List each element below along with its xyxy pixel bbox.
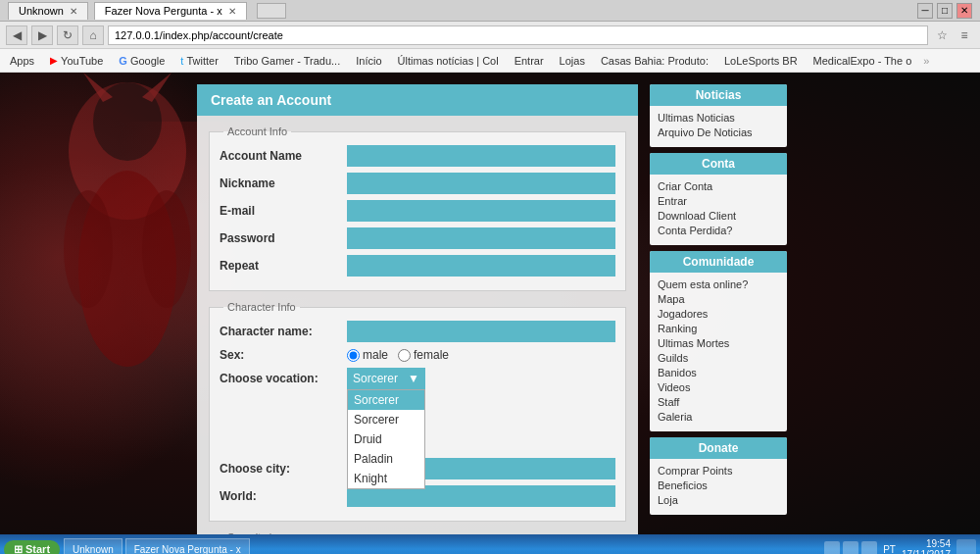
sex-male-radio[interactable] [347,349,360,362]
account-name-row: Account Name [220,145,615,167]
sidebar-link-loja[interactable]: Loja [658,494,779,506]
bookmark-lojas-label: Lojas [560,55,585,67]
sidebar-link-ranking[interactable]: Ranking [658,323,779,334]
sidebar-link-criar-conta[interactable]: Criar Conta [658,180,779,192]
bookmark-lolesports-label: LoLeSports BR [724,55,798,67]
bookmark-tribo-label: Tribo Gamer - Tradu... [234,55,340,67]
nickname-row: Nickname [220,173,615,194]
taskbar-tray-icons [824,541,877,554]
taskbar-tray-icon-2 [843,541,858,554]
taskbar-item-0[interactable]: Unknown [64,538,122,554]
close-btn[interactable]: ✕ [956,3,972,19]
sidebar-link-videos[interactable]: Videos [658,381,779,393]
email-input[interactable] [347,200,615,222]
vocation-option-druid[interactable]: Druid [348,429,424,449]
bookmark-lolesports[interactable]: LoLeSports BR [720,53,802,69]
reader-icon[interactable]: ≡ [955,25,974,45]
tab-fazer-close[interactable]: ✕ [228,6,236,17]
browser-toolbar: ◀ ▶ ↻ ⌂ ☆ ≡ [0,22,980,49]
sidebar-link-staff[interactable]: Staff [658,396,779,408]
bookmark-apps[interactable]: Apps [6,53,38,69]
bookmark-tribo[interactable]: Tribo Gamer - Tradu... [230,53,344,69]
sidebar-link-ultimas-mortes[interactable]: Ultimas Mortes [658,337,779,349]
password-row: Password [220,227,615,249]
email-row: E-mail [220,200,615,222]
vocation-option-sorcerer2[interactable]: Sorcerer [348,410,424,429]
taskbar: ⊞ Start Unknown Fazer Nova Pergunta - x … [0,534,980,554]
bookmark-inicio[interactable]: Início [352,53,385,69]
taskbar-item-1-label: Fazer Nova Pergunta - x [134,544,241,555]
sidebar-link-comprar-points[interactable]: Comprar Points [658,465,779,477]
vocation-option-paladin[interactable]: Paladin [348,449,424,469]
tab-unknown-label: Unknown [19,5,64,17]
start-button[interactable]: ⊞ Start [4,540,60,555]
forward-btn[interactable]: ▶ [31,25,53,45]
bookmark-casas[interactable]: Casas Bahia: Produto: [597,53,712,69]
home-btn[interactable]: ⌂ [82,25,104,45]
sidebar-link-entrar[interactable]: Entrar [658,195,779,207]
taskbar-items: Unknown Fazer Nova Pergunta - x [64,538,820,554]
form-title: Create an Account [197,84,638,116]
sidebar-link-arquivo-noticias[interactable]: Arquivo De Noticias [658,126,779,138]
tab-unknown[interactable]: Unknown ✕ [8,2,88,20]
bookmark-medical[interactable]: MedicalExpo - The o [809,53,916,69]
content-wrapper: Create an Account Account Info Account N… [0,73,980,534]
sidebar: Noticias Ultimas Noticias Arquivo De Not… [650,84,787,523]
sex-male-option[interactable]: male [347,348,388,362]
character-name-input[interactable] [347,321,615,342]
sidebar-noticias-section: Noticias Ultimas Noticias Arquivo De Not… [650,84,787,147]
maximize-btn[interactable]: □ [937,3,953,19]
bookmark-youtube-label: YouTube [61,55,103,67]
bookmark-casas-label: Casas Bahia: Produto: [601,55,709,67]
bookmark-google[interactable]: G Google [115,53,169,69]
sidebar-comunidade-title: Comunidade [650,251,787,273]
sidebar-link-download[interactable]: Download Client [658,210,779,222]
vocation-option-knight[interactable]: Knight [348,469,424,488]
sidebar-link-guilds[interactable]: Guilds [658,352,779,364]
email-label: E-mail [220,204,347,218]
form-body: Account Info Account Name Nickname E-mai… [197,116,638,534]
sidebar-link-mapa[interactable]: Mapa [658,293,779,305]
password-input[interactable] [347,227,615,249]
sidebar-link-galeria[interactable]: Galeria [658,411,779,423]
toolbar-icons: ☆ ≡ [932,25,974,45]
refresh-btn[interactable]: ↻ [57,25,78,45]
bookmark-lojas[interactable]: Lojas [556,53,589,69]
bookmark-star-icon[interactable]: ☆ [932,25,952,45]
google-icon: G [119,55,127,67]
sex-female-radio[interactable] [398,349,411,362]
sex-female-option[interactable]: female [398,348,449,362]
taskbar-tray-icon-3 [861,541,877,554]
sidebar-donate-section: Donate Comprar Points Beneficios Loja [650,437,787,515]
bookmark-twitter[interactable]: t Twitter [176,53,221,69]
sidebar-link-banidos[interactable]: Banidos [658,367,779,378]
back-btn[interactable]: ◀ [6,25,27,45]
sidebar-conta-section: Conta Criar Conta Entrar Download Client… [650,153,787,245]
vocation-select[interactable]: Sorcerer ▼ [347,368,425,389]
repeat-input[interactable] [347,255,615,277]
show-desktop-btn[interactable] [956,539,976,554]
sidebar-link-quem-online[interactable]: Quem esta online? [658,278,779,290]
account-name-input[interactable] [347,145,615,167]
tab-fazer-label: Fazer Nova Pergunta - x [105,5,222,17]
sidebar-link-beneficios[interactable]: Beneficios [658,479,779,491]
sidebar-donate-title: Donate [650,437,787,459]
bookmark-youtube[interactable]: ▶ YouTube [46,53,107,69]
address-bar[interactable] [108,25,928,45]
sidebar-link-conta-perdida[interactable]: Conta Perdida? [658,225,779,236]
vocation-option-sorcerer1[interactable]: Sorcerer [348,390,424,410]
new-tab-btn[interactable] [257,3,286,19]
minimize-btn[interactable]: ─ [917,3,933,19]
bookmark-entrar[interactable]: Entrar [511,53,548,69]
taskbar-date-text: 17/11/2017 [902,549,951,554]
sidebar-link-ultimas-noticias[interactable]: Ultimas Noticias [658,112,779,124]
tab-unknown-close[interactable]: ✕ [70,6,77,17]
more-bookmarks-icon[interactable]: » [923,55,929,67]
taskbar-item-1[interactable]: Fazer Nova Pergunta - x [125,538,250,554]
repeat-row: Repeat [220,255,615,277]
bookmark-noticias[interactable]: Últimas notícias | Col [394,53,503,69]
windows-logo-icon: ⊞ [14,543,23,555]
nickname-input[interactable] [347,173,615,194]
tab-fazer[interactable]: Fazer Nova Pergunta - x ✕ [94,2,247,20]
sidebar-link-jogadores[interactable]: Jogadores [658,308,779,320]
